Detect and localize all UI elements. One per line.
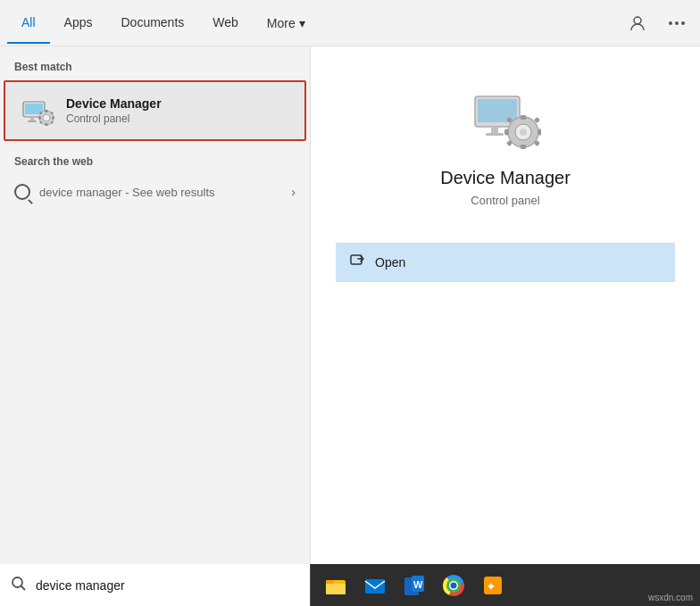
svg-rect-26	[521, 145, 527, 149]
svg-text:W: W	[413, 579, 423, 590]
svg-rect-16	[40, 121, 43, 124]
taskbar-search-text: device manager	[36, 578, 299, 593]
svg-rect-13	[52, 117, 54, 120]
taskbar-word[interactable]: W	[396, 568, 432, 603]
svg-point-0	[634, 17, 641, 24]
taskbar-chrome[interactable]	[436, 568, 471, 603]
nav-icons	[621, 7, 693, 39]
tab-documents[interactable]: Documents	[106, 3, 198, 44]
svg-rect-11	[46, 123, 48, 126]
taskbar-search-icon	[11, 576, 27, 595]
best-match-text: Device Manager Control panel	[66, 96, 162, 125]
web-section-label: Search the web	[0, 141, 310, 175]
web-search-text: device manager - See web results	[39, 186, 291, 199]
svg-rect-15	[51, 121, 54, 124]
svg-point-1	[669, 21, 672, 25]
svg-text:✦: ✦	[486, 579, 496, 594]
best-match-item[interactable]: Device Manager Control panel	[4, 80, 306, 141]
right-panel: Device Manager Control panel Open	[311, 46, 700, 564]
device-manager-icon-large	[470, 82, 541, 154]
svg-rect-6	[30, 117, 34, 120]
svg-rect-14	[40, 112, 43, 115]
svg-rect-27	[504, 129, 509, 136]
svg-point-3	[681, 21, 685, 25]
open-button[interactable]: Open	[336, 243, 675, 282]
detail-title: Device Manager	[440, 168, 571, 188]
main-content: Best match	[0, 46, 700, 564]
tab-more[interactable]: More ▾	[253, 4, 320, 43]
svg-rect-20	[491, 127, 498, 134]
taskbar-mail[interactable]	[357, 568, 393, 603]
svg-rect-37	[326, 580, 334, 584]
open-label: Open	[375, 255, 405, 270]
svg-rect-36	[326, 583, 346, 594]
svg-rect-12	[38, 117, 41, 120]
web-search-item[interactable]: device manager - See web results ›	[0, 175, 310, 209]
svg-rect-10	[46, 110, 48, 112]
search-circle-icon	[14, 184, 30, 200]
taskbar-app5[interactable]: ✦	[475, 568, 511, 603]
svg-point-2	[675, 21, 679, 25]
tab-web[interactable]: Web	[198, 3, 253, 44]
web-chevron-icon: ›	[291, 185, 296, 199]
person-icon[interactable]	[621, 7, 654, 39]
wsxdn-badge: wsxdn.com	[648, 593, 693, 602]
taskbar-icons: W ✦	[311, 568, 700, 603]
svg-rect-25	[521, 115, 527, 120]
taskbar-file-explorer[interactable]	[318, 568, 354, 603]
detail-subtitle: Control panel	[471, 194, 539, 207]
best-match-title: Device Manager	[66, 96, 162, 111]
svg-rect-33	[351, 255, 362, 264]
top-navigation: All Apps Documents Web More ▾	[0, 0, 700, 46]
taskbar-search-bar[interactable]: device manager	[0, 564, 311, 606]
open-icon	[350, 253, 366, 272]
svg-rect-21	[486, 133, 504, 136]
left-panel: Best match	[0, 46, 311, 564]
device-manager-icon-small	[20, 93, 55, 129]
ellipsis-icon[interactable]	[661, 7, 693, 39]
svg-point-9	[43, 114, 50, 121]
svg-rect-38	[365, 579, 385, 594]
svg-rect-17	[51, 112, 54, 115]
svg-point-24	[520, 129, 527, 136]
svg-point-47	[451, 582, 457, 588]
best-match-subtitle: Control panel	[66, 112, 162, 125]
taskbar: device manager W	[0, 564, 700, 606]
svg-rect-28	[538, 129, 541, 136]
tab-apps[interactable]: Apps	[50, 3, 107, 44]
svg-rect-7	[28, 120, 37, 122]
best-match-label: Best match	[0, 57, 310, 80]
tab-all[interactable]: All	[7, 3, 50, 44]
